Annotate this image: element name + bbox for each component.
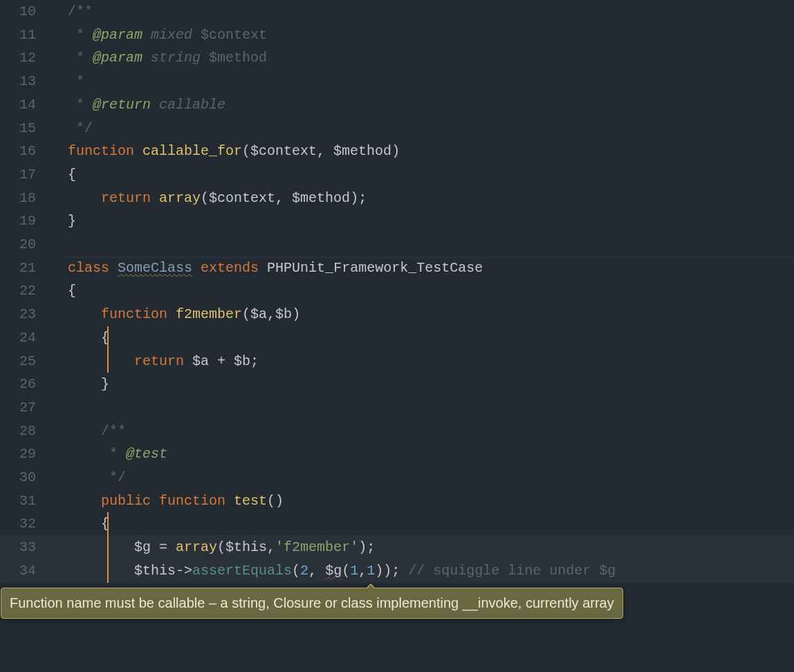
fold-gutter[interactable] bbox=[48, 70, 68, 93]
code-line[interactable]: 14 * @return callable bbox=[0, 93, 794, 117]
code-content[interactable]: } bbox=[68, 373, 794, 396]
code-content[interactable]: return array($context, $method); bbox=[68, 187, 794, 210]
fold-gutter[interactable] bbox=[48, 420, 68, 443]
code-line[interactable]: 29 * @test bbox=[0, 442, 794, 466]
code-line[interactable]: 15 */ bbox=[0, 117, 794, 140]
line-number[interactable]: 26 bbox=[0, 373, 48, 396]
line-number[interactable]: 29 bbox=[0, 442, 48, 466]
line-number[interactable]: 16 bbox=[0, 140, 48, 163]
code-line[interactable]: 31 public function test() bbox=[0, 489, 794, 513]
fold-gutter[interactable] bbox=[48, 326, 68, 350]
code-line[interactable]: 10/** bbox=[0, 0, 794, 24]
line-number[interactable]: 11 bbox=[0, 24, 48, 47]
code-line[interactable]: 22{ bbox=[0, 279, 794, 303]
code-content[interactable]: * @param string $method bbox=[68, 46, 794, 70]
line-number[interactable]: 24 bbox=[0, 326, 48, 350]
fold-gutter[interactable] bbox=[48, 209, 68, 233]
code-content[interactable]: $this->assertEquals(2, $g(1,1)); // squi… bbox=[68, 559, 794, 583]
line-number[interactable]: 23 bbox=[0, 303, 48, 326]
code-line[interactable]: 12 * @param string $method bbox=[0, 46, 794, 70]
code-content[interactable]: function f2member($a,$b) bbox=[68, 303, 794, 326]
line-number[interactable]: 15 bbox=[0, 117, 48, 140]
line-number[interactable]: 21 bbox=[0, 256, 48, 280]
line-number[interactable]: 32 bbox=[0, 512, 48, 536]
code-content[interactable]: */ bbox=[68, 466, 794, 489]
code-line[interactable]: 18 return array($context, $method); bbox=[0, 187, 794, 210]
code-line[interactable]: 28 /** bbox=[0, 420, 794, 443]
code-content[interactable]: /** bbox=[68, 0, 794, 24]
line-number[interactable]: 10 bbox=[0, 0, 48, 24]
code-content[interactable]: { bbox=[68, 512, 794, 536]
code-line[interactable]: 21class SomeClass extends PHPUnit_Framew… bbox=[0, 256, 794, 280]
line-number[interactable]: 18 bbox=[0, 187, 48, 210]
code-content[interactable]: * bbox=[68, 70, 794, 93]
fold-gutter[interactable] bbox=[48, 46, 68, 70]
code-content[interactable]: */ bbox=[68, 117, 794, 140]
line-number[interactable]: 25 bbox=[0, 350, 48, 373]
fold-gutter[interactable] bbox=[48, 140, 68, 163]
line-number[interactable]: 34 bbox=[0, 559, 48, 583]
code-content[interactable]: return $a + $b; bbox=[68, 350, 794, 373]
code-content[interactable]: /** bbox=[68, 420, 794, 443]
code-line[interactable]: 16function callable_for($context, $metho… bbox=[0, 140, 794, 163]
line-number[interactable]: 19 bbox=[0, 209, 48, 233]
fold-gutter[interactable] bbox=[48, 489, 68, 513]
code-content[interactable]: * @return callable bbox=[68, 93, 794, 117]
code-editor[interactable]: 10/**11 * @param mixed $context12 * @par… bbox=[0, 0, 794, 672]
fold-gutter[interactable] bbox=[48, 279, 68, 303]
fold-gutter[interactable] bbox=[48, 24, 68, 47]
code-line[interactable]: 33 $g = array($this,'f2member'); bbox=[0, 536, 794, 559]
code-line[interactable]: 30 */ bbox=[0, 466, 794, 489]
code-content[interactable]: class SomeClass extends PHPUnit_Framewor… bbox=[68, 256, 794, 280]
fold-gutter[interactable] bbox=[48, 396, 68, 420]
code-content[interactable]: { bbox=[68, 326, 794, 350]
fold-gutter[interactable] bbox=[48, 0, 68, 24]
code-content[interactable]: { bbox=[68, 163, 794, 187]
line-number[interactable]: 12 bbox=[0, 46, 48, 70]
fold-gutter[interactable] bbox=[48, 233, 68, 256]
fold-gutter[interactable] bbox=[48, 303, 68, 326]
line-number[interactable]: 27 bbox=[0, 396, 48, 420]
fold-gutter[interactable] bbox=[48, 350, 68, 373]
fold-gutter[interactable] bbox=[48, 187, 68, 210]
fold-gutter[interactable] bbox=[48, 466, 68, 489]
code-line[interactable]: 34 $this->assertEquals(2, $g(1,1)); // s… bbox=[0, 559, 794, 583]
line-number[interactable]: 22 bbox=[0, 279, 48, 303]
code-content[interactable]: } bbox=[68, 209, 794, 233]
line-number[interactable]: 31 bbox=[0, 489, 48, 513]
fold-gutter[interactable] bbox=[48, 117, 68, 140]
fold-gutter[interactable] bbox=[48, 163, 68, 187]
code-content[interactable] bbox=[68, 396, 794, 420]
fold-gutter[interactable] bbox=[48, 256, 68, 280]
code-line[interactable]: 32 { bbox=[0, 512, 794, 536]
fold-gutter[interactable] bbox=[48, 512, 68, 536]
line-number[interactable]: 13 bbox=[0, 70, 48, 93]
code-content[interactable]: * @test bbox=[68, 442, 794, 466]
code-line[interactable]: 11 * @param mixed $context bbox=[0, 24, 794, 47]
fold-gutter[interactable] bbox=[48, 373, 68, 396]
code-line[interactable]: 13 * bbox=[0, 70, 794, 93]
code-line[interactable]: 27 bbox=[0, 396, 794, 420]
fold-gutter[interactable] bbox=[48, 559, 68, 583]
code-line[interactable]: 19} bbox=[0, 209, 794, 233]
code-content[interactable]: { bbox=[68, 279, 794, 303]
code-line[interactable]: 17{ bbox=[0, 163, 794, 187]
line-number[interactable]: 28 bbox=[0, 420, 48, 443]
fold-gutter[interactable] bbox=[48, 442, 68, 466]
fold-gutter[interactable] bbox=[48, 536, 68, 559]
code-content[interactable] bbox=[68, 233, 794, 256]
code-line[interactable]: 25 return $a + $b; bbox=[0, 350, 794, 373]
code-line[interactable]: 24 { bbox=[0, 326, 794, 350]
code-line[interactable]: 26 } bbox=[0, 373, 794, 396]
line-number[interactable]: 20 bbox=[0, 233, 48, 256]
code-content[interactable]: function callable_for($context, $method) bbox=[68, 140, 794, 163]
code-content[interactable]: $g = array($this,'f2member'); bbox=[68, 536, 794, 559]
code-content[interactable]: public function test() bbox=[68, 489, 794, 513]
line-number[interactable]: 14 bbox=[0, 93, 48, 117]
code-lines[interactable]: 10/**11 * @param mixed $context12 * @par… bbox=[0, 0, 794, 583]
fold-gutter[interactable] bbox=[48, 93, 68, 117]
line-number[interactable]: 33 bbox=[0, 536, 48, 559]
line-number[interactable]: 17 bbox=[0, 163, 48, 187]
line-number[interactable]: 30 bbox=[0, 466, 48, 489]
code-line[interactable]: 23 function f2member($a,$b) bbox=[0, 303, 794, 326]
